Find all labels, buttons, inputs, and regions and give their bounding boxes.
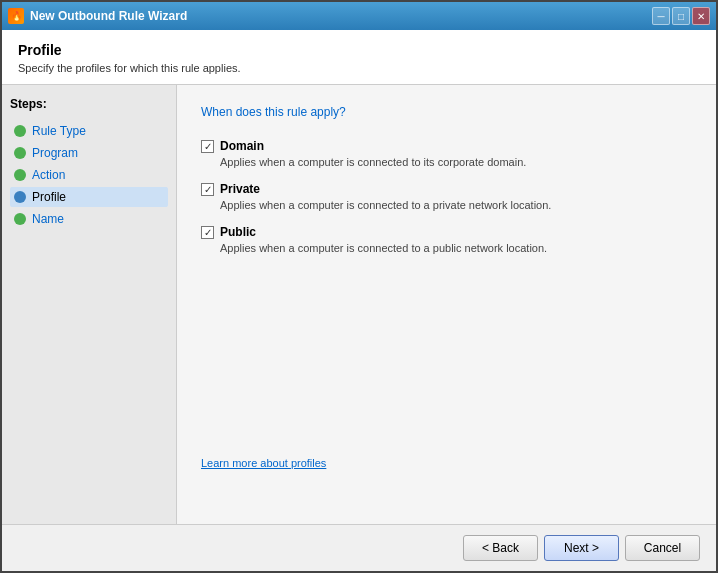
step-label-program: Program — [32, 146, 78, 160]
domain-name: Domain — [220, 139, 264, 153]
step-dot-profile — [14, 191, 26, 203]
step-dot-program — [14, 147, 26, 159]
public-name: Public — [220, 225, 256, 239]
private-option: Private Applies when a computer is conne… — [201, 182, 692, 211]
sidebar: Steps: Rule Type Program Action Profile — [2, 85, 177, 524]
domain-header: Domain — [201, 139, 692, 153]
private-name: Private — [220, 182, 260, 196]
step-label-profile: Profile — [32, 190, 66, 204]
app-icon: 🔥 — [8, 8, 24, 24]
public-option: Public Applies when a computer is connec… — [201, 225, 692, 254]
page-subtitle: Specify the profiles for which this rule… — [18, 62, 700, 74]
step-dot-name — [14, 213, 26, 225]
main-content: Steps: Rule Type Program Action Profile — [2, 85, 716, 524]
private-checkbox[interactable] — [201, 183, 214, 196]
step-dot-rule-type — [14, 125, 26, 137]
question-text: When does this rule apply? — [201, 105, 692, 119]
domain-option: Domain Applies when a computer is connec… — [201, 139, 692, 168]
domain-description: Applies when a computer is connected to … — [220, 156, 692, 168]
header-section: Profile Specify the profiles for which t… — [2, 30, 716, 85]
public-description: Applies when a computer is connected to … — [220, 242, 692, 254]
public-header: Public — [201, 225, 692, 239]
sidebar-item-profile[interactable]: Profile — [10, 187, 168, 207]
window-title: New Outbound Rule Wizard — [30, 9, 187, 23]
sidebar-item-rule-type[interactable]: Rule Type — [10, 121, 168, 141]
next-button[interactable]: Next > — [544, 535, 619, 561]
title-bar: 🔥 New Outbound Rule Wizard ─ □ ✕ — [2, 2, 716, 30]
minimize-button[interactable]: ─ — [652, 7, 670, 25]
title-bar-controls: ─ □ ✕ — [652, 7, 710, 25]
sidebar-item-program[interactable]: Program — [10, 143, 168, 163]
step-label-rule-type: Rule Type — [32, 124, 86, 138]
private-header: Private — [201, 182, 692, 196]
title-bar-left: 🔥 New Outbound Rule Wizard — [8, 8, 187, 24]
sidebar-item-action[interactable]: Action — [10, 165, 168, 185]
footer: < Back Next > Cancel — [2, 524, 716, 571]
close-button[interactable]: ✕ — [692, 7, 710, 25]
sidebar-item-name[interactable]: Name — [10, 209, 168, 229]
private-description: Applies when a computer is connected to … — [220, 199, 692, 211]
step-label-action: Action — [32, 168, 65, 182]
sidebar-title: Steps: — [10, 97, 168, 111]
content-area: Profile Specify the profiles for which t… — [2, 30, 716, 524]
page-title: Profile — [18, 42, 700, 58]
learn-more-link[interactable]: Learn more about profiles — [201, 457, 326, 469]
right-panel: When does this rule apply? Domain Applie… — [177, 85, 716, 524]
wizard-window: 🔥 New Outbound Rule Wizard ─ □ ✕ Profile… — [0, 0, 718, 573]
maximize-button[interactable]: □ — [672, 7, 690, 25]
domain-checkbox[interactable] — [201, 140, 214, 153]
step-dot-action — [14, 169, 26, 181]
step-label-name: Name — [32, 212, 64, 226]
back-button[interactable]: < Back — [463, 535, 538, 561]
cancel-button[interactable]: Cancel — [625, 535, 700, 561]
public-checkbox[interactable] — [201, 226, 214, 239]
